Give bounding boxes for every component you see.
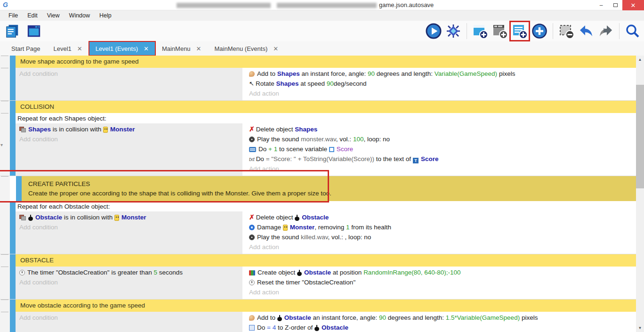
action-line[interactable]: Create object Obstacle at position Rando… [245,267,636,277]
toolbar-left [4,23,42,40]
event-content[interactable]: Repeat for each Obstacle object:Obstacle… [16,201,636,254]
action-line[interactable]: Do = 4 to Z-order of Obstacle [245,323,636,332]
comment-row[interactable]: OBSTACLE [0,254,636,267]
event-row[interactable]: The timer "ObstacleCreation" is greater … [0,267,636,300]
event-content[interactable]: Add conditionAdd to Shapes an instant fo… [16,68,636,100]
tab-mainmenu[interactable]: MainMenu✕ [155,41,208,56]
play-icon [426,23,442,39]
condition-line[interactable]: Obstacle is in collision with Monster [16,212,242,222]
comment-content[interactable]: OBSTACLE [16,254,636,267]
remove-frame-button[interactable] [558,23,575,40]
event-drag-bar[interactable] [10,113,16,176]
comment-content[interactable]: Move shape according to the game speed [16,56,636,68]
event-row[interactable]: Repeat for each Shapes object:Shapes is … [0,113,636,176]
add-condition[interactable]: Add condition [16,69,242,79]
play-button[interactable] [425,23,442,40]
event-content[interactable]: Repeat for each Shapes object:Shapes is … [16,113,636,176]
event-row[interactable]: Add conditionAdd to Obstacle an instant … [0,312,636,332]
add-action[interactable]: Add action [245,89,636,98]
event-drag-bar[interactable] [16,176,22,201]
action-line[interactable]: Damage Monster, removing 1 from its heal… [245,222,636,232]
event-header[interactable]: Repeat for each Obstacle object: [16,201,636,211]
add-action[interactable]: Add action [245,242,636,252]
comment-row[interactable]: CREATE PARTICLESCreate the proper one ac… [0,176,636,201]
comment-content[interactable]: Move obstacle according to the game spee… [16,300,636,312]
project-manager-button[interactable] [4,23,21,40]
action-line[interactable]: Do + 1 to scene variable Score [245,144,636,154]
event-drag-bar[interactable] [10,56,16,68]
action-line[interactable]: ✗Delete object Obstacle [245,212,636,222]
event-drag-bar[interactable] [10,300,16,312]
minimize-button[interactable]: – [594,0,608,10]
collapse-arrow-icon[interactable]: ▾ [0,142,3,147]
menu-window[interactable]: Window [64,10,95,21]
event-content[interactable]: The timer "ObstacleCreation" is greater … [16,267,636,299]
search-button[interactable] [624,23,641,40]
vertical-scrollbar[interactable]: ▲ ▼ [636,56,644,332]
add-condition[interactable]: Add condition [16,134,242,144]
action-line[interactable]: Add to Obstacle an instant force, angle:… [245,313,636,323]
tab-close-icon[interactable]: ✕ [196,45,201,52]
event-row[interactable]: Repeat for each Obstacle object:Obstacle… [0,201,636,254]
add-subevent-button[interactable] [491,23,508,40]
add-condition[interactable]: Add condition [16,222,242,232]
comment-row[interactable]: Move shape according to the game speed [0,56,636,68]
tab-close-icon[interactable]: ✕ [273,45,278,52]
condition-line[interactable]: The timer "ObstacleCreation" is greater … [16,267,242,277]
scrollbar-thumb[interactable] [636,85,644,188]
add-circle-button[interactable] [531,23,548,40]
action-line[interactable]: Play the sound monster.wav, vol.: 100, l… [245,134,636,144]
comment-row[interactable]: Move obstacle according to the game spee… [0,300,636,312]
scroll-down-icon[interactable]: ▼ [636,324,644,332]
window-title: game.json.autosave [379,1,434,8]
event-drag-bar[interactable] [10,101,16,113]
tab-level1-events-[interactable]: Level1 (Events)✕ [89,41,155,56]
action-line[interactable]: Play the sound killed.wav, vol.: , loop:… [245,232,636,242]
event-content[interactable]: Add conditionAdd to Obstacle an instant … [16,312,636,332]
text: Add to [257,70,277,77]
event-gutter [0,300,10,312]
menu-edit[interactable]: Edit [23,10,42,21]
undo-button[interactable] [578,23,595,40]
placeholder: Add action [249,165,279,172]
project-manager-icon [5,24,20,39]
parameter-value: 5 [153,269,157,276]
add-action[interactable]: Add action [245,287,636,297]
add-action[interactable]: Add action [245,164,636,174]
scroll-up-icon[interactable]: ▲ [636,56,644,64]
tab-start-page[interactable]: Start Page [5,41,47,56]
add-comment-button[interactable] [511,23,528,40]
comment-row[interactable]: COLLISION [0,101,636,113]
add-condition[interactable]: Add condition [16,277,242,287]
event-drag-bar[interactable] [10,312,16,332]
debug-button[interactable] [445,23,462,40]
add-condition[interactable]: Add condition [16,313,242,323]
redo-button[interactable] [597,23,614,40]
close-button[interactable]: ✕ [622,0,644,10]
action-line[interactable]: Reset the timer "ObstacleCreation" [245,277,636,287]
maximize-button[interactable] [608,0,622,10]
menu-help[interactable]: Help [95,10,116,21]
comment-content[interactable]: CREATE PARTICLESCreate the proper one ac… [22,176,636,201]
event-drag-bar[interactable] [10,267,16,299]
tab-mainmenu-events-[interactable]: MainMenu (Events)✕ [208,41,285,56]
menu-file[interactable]: File [4,10,23,21]
action-line[interactable]: ✗Delete object Shapes [245,124,636,134]
comment-content[interactable]: COLLISION [16,101,636,113]
tab-level1[interactable]: Level1✕ [47,41,89,56]
tab-close-icon[interactable]: ✕ [77,45,82,52]
event-header[interactable]: Repeat for each Shapes object: [16,113,636,123]
menu-view[interactable]: View [42,10,64,21]
event-row[interactable]: Add conditionAdd to Shapes an instant fo… [0,68,636,101]
event-drag-bar[interactable] [10,254,16,267]
tab-close-icon[interactable]: ✕ [144,45,149,52]
add-event-button[interactable] [472,23,489,40]
action-line[interactable]: ↖Rotate Shapes at speed 90deg/second [245,79,636,89]
comment-title: CREATE PARTICLES [28,179,631,189]
action-line[interactable]: Add to Shapes an instant force, angle: 9… [245,69,636,79]
scene-editor-button[interactable] [25,23,42,40]
action-line[interactable]: txtDo = "Score: " + ToString(Variable(Sc… [245,154,636,164]
condition-line[interactable]: Shapes is in collision with Monster [16,124,242,134]
event-drag-bar[interactable] [10,68,16,100]
event-drag-bar[interactable] [10,201,16,254]
